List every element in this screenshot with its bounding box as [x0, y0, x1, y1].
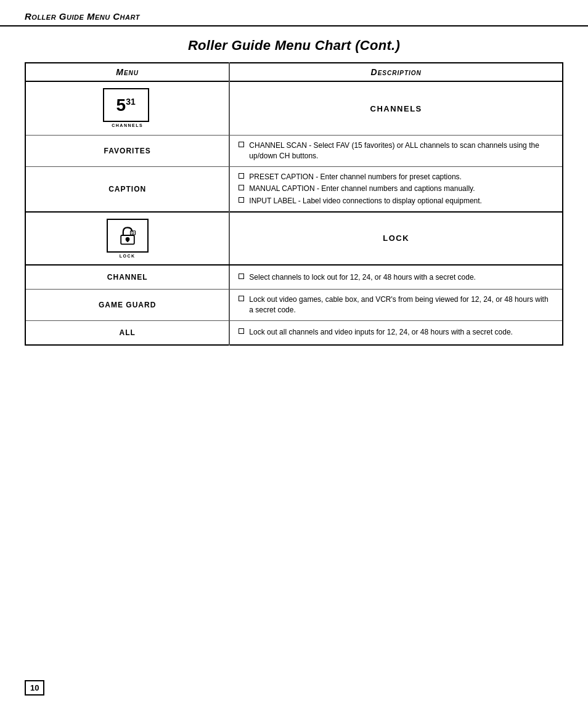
bullet-icon — [239, 173, 244, 179]
channels-desc-text: CHANNELS — [370, 104, 422, 113]
favorites-menu-cell: FAVORITES — [25, 136, 229, 167]
list-item: MANUAL CAPTION - Enter channel numbers a… — [239, 184, 553, 194]
bullet-icon — [239, 142, 244, 147]
caption-desc-text-3: INPUT LABEL - Label video connections to… — [249, 196, 482, 206]
favorites-desc-text: CHANNEL SCAN - Select FAV (15 favorites)… — [249, 140, 553, 161]
table-row: ALL Lock out all channels and video inpu… — [25, 320, 563, 345]
page-number: 10 — [25, 680, 44, 696]
bullet-icon — [239, 197, 244, 203]
svg-rect-2 — [126, 240, 128, 243]
channels-icon: 531 CHANNELS — [103, 88, 152, 128]
lock-desc-cell: LOCK — [229, 212, 563, 265]
all-desc-text: Lock out all channels and video inputs f… — [249, 327, 513, 338]
channels-desc-cell: CHANNELS — [229, 81, 563, 136]
bullet-icon — [239, 185, 244, 190]
caption-menu-cell: CAPTION — [25, 166, 229, 212]
table-header-row: Menu Description — [25, 63, 563, 81]
bullet-icon — [239, 296, 244, 301]
channels-box: 531 — [103, 88, 149, 122]
col-menu-header: Menu — [25, 63, 229, 81]
favorites-desc-cell: CHANNEL SCAN - Select FAV (15 favorites)… — [229, 136, 563, 167]
page-header: Roller Guide Menu Chart — [0, 0, 588, 26]
list-item: Select channels to lock out for 12, 24, … — [239, 272, 553, 283]
col-desc-header: Description — [229, 63, 563, 81]
all-desc-cell: Lock out all channels and video inputs f… — [229, 320, 563, 345]
channel-desc-text: Select channels to lock out for 12, 24, … — [249, 272, 476, 283]
list-item: Lock out video games, cable box, and VCR… — [239, 294, 553, 315]
gameguard-label: GAME GUARD — [99, 301, 156, 309]
list-item: Lock out all channels and video inputs f… — [239, 327, 553, 338]
bullet-icon — [239, 328, 244, 334]
list-item: CHANNEL SCAN - Select FAV (15 favorites)… — [239, 140, 553, 161]
lock-desc-text: LOCK — [383, 233, 409, 243]
caption-label: CAPTION — [108, 185, 146, 193]
table-row: FAVORITES CHANNEL SCAN - Select FAV (15 … — [25, 136, 563, 167]
lock-icon: LOCK — [107, 219, 149, 258]
table-row: LOCK LOCK — [25, 212, 563, 265]
svg-rect-5 — [131, 230, 133, 232]
gameguard-menu-cell: GAME GUARD — [25, 289, 229, 320]
menu-table: Menu Description 531 CHANNELS CHANNELS — [25, 62, 563, 346]
gameguard-desc-cell: Lock out video games, cable box, and VCR… — [229, 289, 563, 320]
table-row: 531 CHANNELS CHANNELS — [25, 81, 563, 136]
table-row: CHANNEL Select channels to lock out for … — [25, 265, 563, 290]
gameguard-desc-text: Lock out video games, cable box, and VCR… — [249, 294, 553, 315]
all-menu-cell: ALL — [25, 320, 229, 345]
list-item: INPUT LABEL - Label video connections to… — [239, 196, 553, 206]
content-area: Menu Description 531 CHANNELS CHANNELS — [0, 62, 588, 346]
channel-menu-cell: CHANNEL — [25, 265, 229, 290]
favorites-label: FAVORITES — [104, 147, 151, 155]
lock-svg-icon — [116, 224, 139, 246]
svg-point-4 — [131, 232, 134, 235]
table-row: CAPTION PRESET CAPTION - Enter channel n… — [25, 166, 563, 212]
table-row: GAME GUARD Lock out video games, cable b… — [25, 289, 563, 320]
bullet-icon — [239, 274, 244, 279]
main-title: Roller Guide Menu Chart (Cont.) — [0, 38, 588, 54]
list-item: PRESET CAPTION - Enter channel numbers f… — [239, 172, 553, 182]
channels-icon-cell: 531 CHANNELS — [25, 81, 229, 136]
lock-box — [107, 219, 149, 253]
channel-desc-cell: Select channels to lock out for 12, 24, … — [229, 265, 563, 290]
lock-icon-cell: LOCK — [25, 212, 229, 265]
lock-icon-label: LOCK — [120, 254, 136, 258]
header-title: Roller Guide Menu Chart — [25, 11, 140, 22]
channels-number: 531 — [116, 97, 136, 114]
all-label: ALL — [120, 328, 136, 337]
caption-desc-cell: PRESET CAPTION - Enter channel numbers f… — [229, 166, 563, 212]
channels-icon-label: CHANNELS — [103, 123, 152, 128]
caption-desc-text-2: MANUAL CAPTION - Enter channel numbers a… — [249, 184, 475, 194]
caption-desc-text-1: PRESET CAPTION - Enter channel numbers f… — [249, 172, 462, 182]
channel-label: CHANNEL — [107, 273, 148, 282]
